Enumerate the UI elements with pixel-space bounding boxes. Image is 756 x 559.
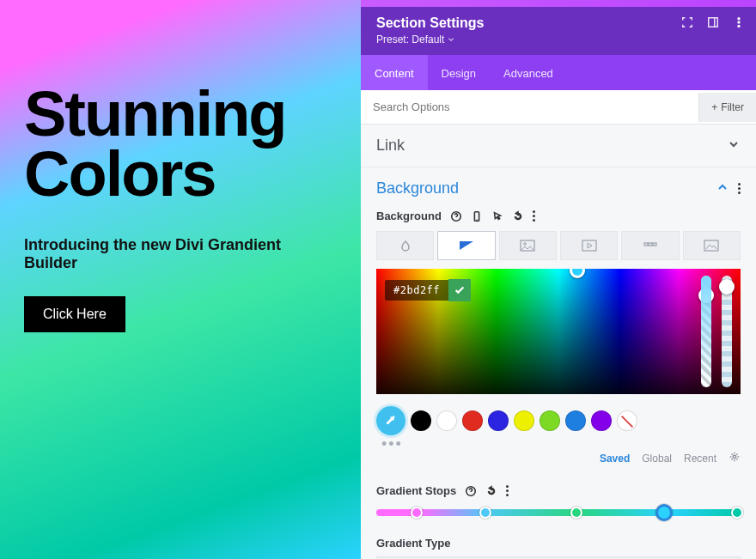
- gradient-type-label: Gradient Type: [376, 537, 741, 550]
- svg-point-2: [738, 21, 740, 23]
- accordion-background: Background Background: [361, 167, 756, 559]
- svg-rect-9: [582, 240, 596, 251]
- svg-point-8: [524, 243, 527, 246]
- svg-point-3: [738, 25, 740, 27]
- svg-point-14: [733, 455, 736, 459]
- gradient-stop[interactable]: [655, 504, 673, 521]
- svg-rect-11: [649, 243, 652, 246]
- gradient-stops-label: Gradient Stops: [376, 484, 456, 497]
- phone-icon[interactable]: [471, 210, 483, 222]
- eyedropper-button[interactable]: [376, 406, 405, 435]
- preview-subheading: Introducing the new Divi Grandient Build…: [24, 236, 333, 272]
- background-type-tabs: [376, 231, 741, 260]
- palette-links: Saved Global Recent: [376, 451, 741, 465]
- panel-menu-icon[interactable]: [732, 15, 746, 29]
- palette-link-global[interactable]: Global: [642, 453, 672, 465]
- filter-button[interactable]: + Filter: [698, 93, 756, 122]
- alpha-slider[interactable]: [701, 276, 711, 387]
- filter-label: Filter: [721, 101, 744, 113]
- help-icon[interactable]: [465, 485, 477, 497]
- background-section-toggle[interactable]: Background: [361, 167, 756, 210]
- svg-rect-0: [709, 18, 718, 27]
- bg-type-pattern[interactable]: [621, 231, 679, 260]
- color-picker-canvas[interactable]: #2bd2ff: [376, 269, 741, 394]
- preset-dropdown[interactable]: Preset: Default: [376, 33, 454, 46]
- swatch-lime[interactable]: [540, 410, 560, 431]
- lightness-slider[interactable]: [722, 276, 732, 387]
- chevron-down-icon: [448, 36, 454, 43]
- gradient-stops-menu-icon[interactable]: [506, 485, 509, 496]
- help-icon[interactable]: [450, 210, 462, 222]
- tab-advanced[interactable]: Advanced: [490, 55, 567, 90]
- gradient-stop[interactable]: [411, 507, 423, 519]
- reset-icon[interactable]: [485, 485, 497, 497]
- preview-canvas: Stunning Colors Introducing the new Divi…: [0, 0, 361, 559]
- svg-rect-12: [653, 243, 656, 246]
- hex-value[interactable]: #2bd2ff: [385, 280, 448, 301]
- chevron-up-icon: [716, 180, 729, 197]
- bg-type-mask[interactable]: [683, 231, 741, 260]
- background-section-menu-icon[interactable]: [738, 183, 741, 194]
- bg-type-color[interactable]: [376, 231, 434, 260]
- search-bar: + Filter: [361, 90, 756, 125]
- gradient-stop[interactable]: [731, 507, 743, 519]
- chevron-down-icon: [727, 137, 741, 155]
- link-section-title: Link: [376, 137, 405, 155]
- swatch-azure[interactable]: [565, 410, 586, 431]
- swatch-purple[interactable]: [591, 410, 612, 431]
- plus-icon: +: [711, 101, 717, 113]
- search-input[interactable]: [361, 90, 698, 124]
- swatch-none[interactable]: [617, 410, 637, 431]
- expand-panel-icon[interactable]: [706, 15, 720, 29]
- hex-input-chip: #2bd2ff: [385, 279, 471, 301]
- focus-mode-icon[interactable]: [680, 15, 694, 29]
- confirm-color-button[interactable]: [448, 279, 471, 301]
- bg-type-image[interactable]: [499, 231, 557, 260]
- svg-point-1: [738, 18, 740, 20]
- hover-icon[interactable]: [491, 210, 503, 222]
- cta-button[interactable]: Click Here: [24, 296, 125, 332]
- heading-line-2: Colors: [24, 138, 215, 210]
- swatch-black[interactable]: [411, 410, 431, 431]
- swatch-row: [376, 406, 741, 435]
- swatch-white[interactable]: [436, 410, 457, 431]
- palette-settings-icon[interactable]: [729, 451, 741, 465]
- gradient-stop[interactable]: [479, 507, 491, 519]
- gradient-stops-field: Gradient Stops: [376, 484, 741, 516]
- svg-rect-10: [644, 243, 648, 246]
- gradient-stop[interactable]: [570, 507, 582, 519]
- preview-heading: Stunning Colors: [24, 84, 333, 205]
- background-field-menu-icon[interactable]: [533, 210, 535, 222]
- swatch-red[interactable]: [462, 410, 483, 431]
- panel-tabs: Content Design Advanced: [361, 55, 756, 90]
- settings-panel: Section Settings Preset: Default Content…: [361, 0, 756, 559]
- swatch-yellow[interactable]: [514, 410, 534, 431]
- reset-icon[interactable]: [512, 210, 524, 222]
- tab-design[interactable]: Design: [428, 55, 490, 90]
- background-section-title: Background: [376, 179, 459, 197]
- palette-link-saved[interactable]: Saved: [600, 453, 630, 465]
- panel-top-accent: [361, 0, 756, 7]
- swatch-blue[interactable]: [488, 410, 509, 431]
- tab-content[interactable]: Content: [361, 55, 428, 90]
- background-field-label: Background: [376, 210, 442, 222]
- palette-link-recent[interactable]: Recent: [684, 453, 716, 465]
- panel-header: Section Settings Preset: Default: [361, 7, 756, 55]
- more-swatches-button[interactable]: •••: [376, 442, 741, 446]
- gradient-track[interactable]: [376, 509, 741, 516]
- link-section-toggle[interactable]: Link: [361, 125, 756, 167]
- bg-type-video[interactable]: [560, 231, 618, 260]
- bg-type-gradient[interactable]: [437, 231, 495, 260]
- accordion-link: Link: [361, 125, 756, 167]
- background-field-label-row: Background: [376, 210, 741, 222]
- preset-label: Preset: Default: [376, 33, 444, 46]
